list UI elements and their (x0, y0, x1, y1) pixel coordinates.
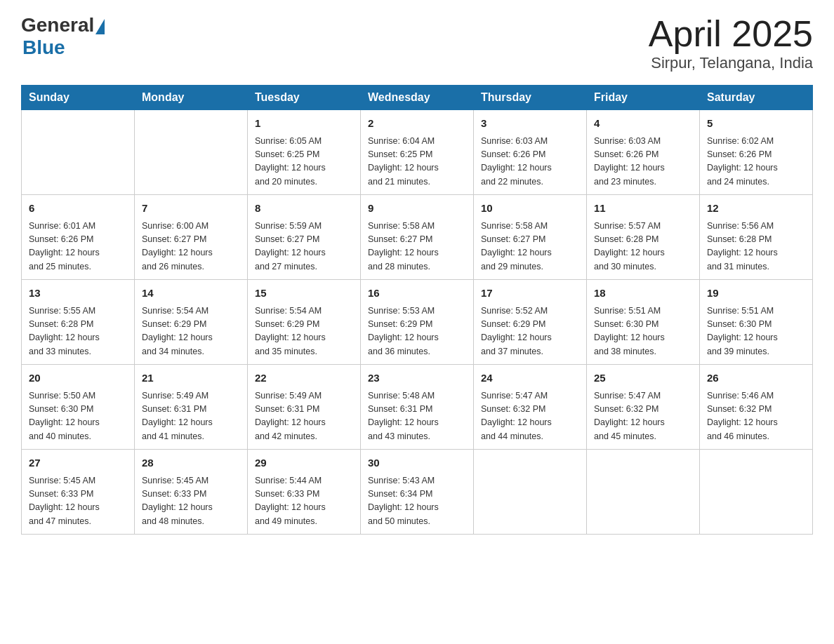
day-info: Sunrise: 6:02 AMSunset: 6:26 PMDaylight:… (707, 135, 805, 189)
day-number: 28 (142, 455, 240, 471)
calendar-cell: 21Sunrise: 5:49 AMSunset: 6:31 PMDayligh… (135, 365, 248, 450)
week-row-3: 13Sunrise: 5:55 AMSunset: 6:28 PMDayligh… (22, 280, 813, 365)
calendar-cell: 17Sunrise: 5:52 AMSunset: 6:29 PMDayligh… (474, 280, 587, 365)
calendar-table: Sunday Monday Tuesday Wednesday Thursday… (21, 85, 813, 535)
day-info: Sunrise: 5:54 AMSunset: 6:29 PMDaylight:… (255, 304, 353, 359)
calendar-cell: 3Sunrise: 6:03 AMSunset: 6:26 PMDaylight… (474, 110, 587, 195)
day-number: 10 (481, 201, 579, 217)
day-info: Sunrise: 5:51 AMSunset: 6:30 PMDaylight:… (594, 304, 692, 359)
calendar-cell: 23Sunrise: 5:48 AMSunset: 6:31 PMDayligh… (361, 365, 474, 450)
calendar-cell: 15Sunrise: 5:54 AMSunset: 6:29 PMDayligh… (248, 280, 361, 365)
day-number: 13 (29, 286, 127, 302)
calendar-cell: 12Sunrise: 5:56 AMSunset: 6:28 PMDayligh… (700, 195, 813, 280)
day-number: 30 (368, 455, 466, 471)
calendar-cell: 27Sunrise: 5:45 AMSunset: 6:33 PMDayligh… (22, 450, 135, 535)
day-info: Sunrise: 5:59 AMSunset: 6:27 PMDaylight:… (255, 220, 353, 274)
day-number: 17 (481, 286, 579, 302)
header-monday: Monday (135, 86, 248, 110)
day-number: 2 (368, 116, 466, 132)
week-row-4: 20Sunrise: 5:50 AMSunset: 6:30 PMDayligh… (22, 365, 813, 450)
calendar-cell: 6Sunrise: 6:01 AMSunset: 6:26 PMDaylight… (22, 195, 135, 280)
day-info: Sunrise: 5:46 AMSunset: 6:32 PMDaylight:… (707, 389, 805, 444)
calendar-cell (22, 110, 135, 195)
day-info: Sunrise: 5:44 AMSunset: 6:33 PMDaylight:… (255, 474, 353, 529)
header-tuesday: Tuesday (248, 86, 361, 110)
day-info: Sunrise: 5:45 AMSunset: 6:33 PMDaylight:… (142, 474, 240, 529)
day-info: Sunrise: 5:47 AMSunset: 6:32 PMDaylight:… (481, 389, 579, 444)
day-info: Sunrise: 6:03 AMSunset: 6:26 PMDaylight:… (594, 135, 692, 189)
day-number: 23 (368, 370, 466, 387)
day-number: 3 (481, 116, 579, 132)
calendar-cell: 24Sunrise: 5:47 AMSunset: 6:32 PMDayligh… (474, 365, 587, 450)
calendar-cell: 22Sunrise: 5:49 AMSunset: 6:31 PMDayligh… (248, 365, 361, 450)
day-number: 21 (142, 370, 240, 387)
page-header: General Blue April 2025 Sirpur, Telangan… (21, 14, 813, 72)
day-info: Sunrise: 6:03 AMSunset: 6:26 PMDaylight:… (481, 135, 579, 189)
day-info: Sunrise: 5:53 AMSunset: 6:29 PMDaylight:… (368, 304, 466, 359)
week-row-1: 1Sunrise: 6:05 AMSunset: 6:25 PMDaylight… (22, 110, 813, 195)
day-info: Sunrise: 5:45 AMSunset: 6:33 PMDaylight:… (29, 474, 127, 529)
logo-blue-text: Blue (22, 36, 105, 59)
calendar-cell (474, 450, 587, 535)
calendar-cell: 18Sunrise: 5:51 AMSunset: 6:30 PMDayligh… (587, 280, 700, 365)
day-info: Sunrise: 5:43 AMSunset: 6:34 PMDaylight:… (368, 474, 466, 529)
day-number: 16 (368, 286, 466, 302)
calendar-cell: 20Sunrise: 5:50 AMSunset: 6:30 PMDayligh… (22, 365, 135, 450)
day-info: Sunrise: 5:47 AMSunset: 6:32 PMDaylight:… (594, 389, 692, 444)
calendar-cell: 14Sunrise: 5:54 AMSunset: 6:29 PMDayligh… (135, 280, 248, 365)
header-wednesday: Wednesday (361, 86, 474, 110)
calendar-cell: 19Sunrise: 5:51 AMSunset: 6:30 PMDayligh… (700, 280, 813, 365)
calendar-cell: 1Sunrise: 6:05 AMSunset: 6:25 PMDaylight… (248, 110, 361, 195)
day-number: 19 (707, 286, 805, 302)
calendar-cell: 2Sunrise: 6:04 AMSunset: 6:25 PMDaylight… (361, 110, 474, 195)
header-thursday: Thursday (474, 86, 587, 110)
day-info: Sunrise: 5:51 AMSunset: 6:30 PMDaylight:… (707, 304, 805, 359)
logo: General Blue (21, 14, 105, 59)
calendar-cell: 10Sunrise: 5:58 AMSunset: 6:27 PMDayligh… (474, 195, 587, 280)
day-info: Sunrise: 5:55 AMSunset: 6:28 PMDaylight:… (29, 304, 127, 359)
day-number: 22 (255, 370, 353, 387)
day-number: 24 (481, 370, 579, 387)
day-number: 29 (255, 455, 353, 471)
weekday-header-row: Sunday Monday Tuesday Wednesday Thursday… (22, 86, 813, 110)
day-number: 5 (707, 116, 805, 132)
day-info: Sunrise: 6:00 AMSunset: 6:27 PMDaylight:… (142, 220, 240, 274)
calendar-cell: 7Sunrise: 6:00 AMSunset: 6:27 PMDaylight… (135, 195, 248, 280)
calendar-cell (587, 450, 700, 535)
day-number: 11 (594, 201, 692, 217)
day-number: 6 (29, 201, 127, 217)
calendar-cell: 4Sunrise: 6:03 AMSunset: 6:26 PMDaylight… (587, 110, 700, 195)
calendar-title: April 2025 (649, 14, 813, 54)
calendar-cell: 26Sunrise: 5:46 AMSunset: 6:32 PMDayligh… (700, 365, 813, 450)
day-info: Sunrise: 5:49 AMSunset: 6:31 PMDaylight:… (255, 389, 353, 444)
calendar-cell: 8Sunrise: 5:59 AMSunset: 6:27 PMDaylight… (248, 195, 361, 280)
day-info: Sunrise: 6:04 AMSunset: 6:25 PMDaylight:… (368, 135, 466, 189)
calendar-cell: 28Sunrise: 5:45 AMSunset: 6:33 PMDayligh… (135, 450, 248, 535)
day-number: 8 (255, 201, 353, 217)
calendar-cell: 9Sunrise: 5:58 AMSunset: 6:27 PMDaylight… (361, 195, 474, 280)
day-info: Sunrise: 5:56 AMSunset: 6:28 PMDaylight:… (707, 220, 805, 274)
day-info: Sunrise: 5:48 AMSunset: 6:31 PMDaylight:… (368, 389, 466, 444)
title-block: April 2025 Sirpur, Telangana, India (649, 14, 813, 72)
day-info: Sunrise: 6:05 AMSunset: 6:25 PMDaylight:… (255, 135, 353, 189)
logo-triangle-icon (95, 19, 105, 34)
header-saturday: Saturday (700, 86, 813, 110)
week-row-5: 27Sunrise: 5:45 AMSunset: 6:33 PMDayligh… (22, 450, 813, 535)
calendar-subtitle: Sirpur, Telangana, India (649, 54, 813, 72)
day-number: 14 (142, 286, 240, 302)
day-info: Sunrise: 5:54 AMSunset: 6:29 PMDaylight:… (142, 304, 240, 359)
calendar-cell: 13Sunrise: 5:55 AMSunset: 6:28 PMDayligh… (22, 280, 135, 365)
calendar-cell (135, 110, 248, 195)
day-number: 15 (255, 286, 353, 302)
header-sunday: Sunday (22, 86, 135, 110)
calendar-cell: 30Sunrise: 5:43 AMSunset: 6:34 PMDayligh… (361, 450, 474, 535)
day-info: Sunrise: 5:57 AMSunset: 6:28 PMDaylight:… (594, 220, 692, 274)
day-number: 4 (594, 116, 692, 132)
day-number: 9 (368, 201, 466, 217)
day-info: Sunrise: 5:50 AMSunset: 6:30 PMDaylight:… (29, 389, 127, 444)
day-number: 12 (707, 201, 805, 217)
logo-general-text: General (21, 14, 94, 36)
week-row-2: 6Sunrise: 6:01 AMSunset: 6:26 PMDaylight… (22, 195, 813, 280)
header-friday: Friday (587, 86, 700, 110)
day-number: 1 (255, 116, 353, 132)
